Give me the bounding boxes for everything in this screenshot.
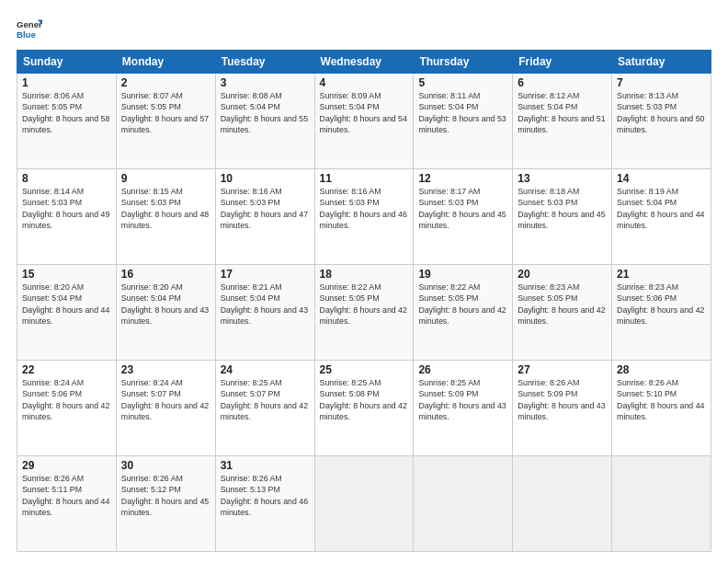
day-number: 15 [22,268,111,281]
day-number: 20 [518,268,607,281]
weekday-header-wednesday: Wednesday [314,51,414,74]
calendar-page: General Blue SundayMondayTuesdayWednesda… [0,0,728,563]
calendar-cell: 26Sunrise: 8:25 AMSunset: 5:09 PMDayligh… [414,361,513,456]
day-info: Sunrise: 8:26 AMSunset: 5:13 PMDaylight:… [221,474,308,517]
calendar-table: SundayMondayTuesdayWednesdayThursdayFrid… [17,50,711,552]
logo-icon: General Blue [17,17,42,42]
day-info: Sunrise: 8:15 AMSunset: 5:03 PMDaylight:… [121,187,209,230]
day-info: Sunrise: 8:23 AMSunset: 5:05 PMDaylight:… [518,282,605,326]
day-info: Sunrise: 8:07 AMSunset: 5:05 PMDaylight:… [121,91,209,134]
day-info: Sunrise: 8:24 AMSunset: 5:07 PMDaylight:… [121,378,209,421]
day-number: 21 [617,268,706,281]
calendar-cell [612,456,711,552]
day-info: Sunrise: 8:13 AMSunset: 5:03 PMDaylight:… [617,91,704,134]
day-number: 30 [121,459,210,472]
day-number: 2 [121,76,210,89]
calendar-cell: 25Sunrise: 8:25 AMSunset: 5:08 PMDayligh… [314,361,414,456]
day-info: Sunrise: 8:25 AMSunset: 5:07 PMDaylight:… [221,378,308,421]
day-info: Sunrise: 8:09 AMSunset: 5:04 PMDaylight:… [320,91,407,134]
day-info: Sunrise: 8:16 AMSunset: 5:03 PMDaylight:… [221,187,308,230]
day-number: 17 [221,268,310,281]
day-number: 10 [221,172,310,185]
day-info: Sunrise: 8:20 AMSunset: 5:04 PMDaylight:… [22,282,109,326]
calendar-cell: 17Sunrise: 8:21 AMSunset: 5:04 PMDayligh… [215,265,314,361]
day-info: Sunrise: 8:19 AMSunset: 5:04 PMDaylight:… [617,187,704,230]
header: General Blue [17,17,711,42]
calendar-cell: 24Sunrise: 8:25 AMSunset: 5:07 PMDayligh… [215,361,314,456]
weekday-header-row: SundayMondayTuesdayWednesdayThursdayFrid… [17,51,711,74]
day-info: Sunrise: 8:11 AMSunset: 5:04 PMDaylight:… [418,91,506,134]
day-number: 16 [121,268,210,281]
calendar-cell: 23Sunrise: 8:24 AMSunset: 5:07 PMDayligh… [116,361,215,456]
day-number: 7 [617,76,706,89]
calendar-cell: 7Sunrise: 8:13 AMSunset: 5:03 PMDaylight… [612,74,711,169]
calendar-cell: 5Sunrise: 8:11 AMSunset: 5:04 PMDaylight… [414,74,513,169]
calendar-cell: 28Sunrise: 8:26 AMSunset: 5:10 PMDayligh… [612,361,711,456]
day-info: Sunrise: 8:25 AMSunset: 5:09 PMDaylight:… [418,378,506,421]
day-number: 22 [22,363,111,376]
calendar-cell: 29Sunrise: 8:26 AMSunset: 5:11 PMDayligh… [17,456,117,552]
day-info: Sunrise: 8:26 AMSunset: 5:12 PMDaylight:… [121,474,209,517]
day-number: 25 [320,363,409,376]
weekday-header-tuesday: Tuesday [215,51,314,74]
calendar-cell: 2Sunrise: 8:07 AMSunset: 5:05 PMDaylight… [116,74,215,169]
day-info: Sunrise: 8:23 AMSunset: 5:06 PMDaylight:… [617,282,704,326]
day-info: Sunrise: 8:17 AMSunset: 5:03 PMDaylight:… [418,187,506,230]
calendar-cell [513,456,612,552]
day-number: 11 [320,172,409,185]
calendar-cell: 6Sunrise: 8:12 AMSunset: 5:04 PMDaylight… [513,74,612,169]
calendar-cell: 21Sunrise: 8:23 AMSunset: 5:06 PMDayligh… [612,265,711,361]
calendar-cell: 3Sunrise: 8:08 AMSunset: 5:04 PMDaylight… [215,74,314,169]
calendar-cell: 27Sunrise: 8:26 AMSunset: 5:09 PMDayligh… [513,361,612,456]
day-info: Sunrise: 8:24 AMSunset: 5:06 PMDaylight:… [22,378,109,421]
calendar-week-row: 29Sunrise: 8:26 AMSunset: 5:11 PMDayligh… [17,456,711,552]
svg-text:Blue: Blue [17,29,36,40]
day-number: 12 [418,172,507,185]
day-info: Sunrise: 8:26 AMSunset: 5:09 PMDaylight:… [518,378,605,421]
day-number: 26 [418,363,507,376]
day-number: 13 [518,172,607,185]
day-info: Sunrise: 8:22 AMSunset: 5:05 PMDaylight:… [418,282,506,326]
day-info: Sunrise: 8:20 AMSunset: 5:04 PMDaylight:… [121,282,209,326]
calendar-cell: 8Sunrise: 8:14 AMSunset: 5:03 PMDaylight… [17,169,117,265]
calendar-cell: 14Sunrise: 8:19 AMSunset: 5:04 PMDayligh… [612,169,711,265]
day-number: 14 [617,172,706,185]
day-number: 4 [320,76,409,89]
day-info: Sunrise: 8:21 AMSunset: 5:04 PMDaylight:… [221,282,308,326]
day-number: 8 [22,172,111,185]
calendar-cell: 10Sunrise: 8:16 AMSunset: 5:03 PMDayligh… [215,169,314,265]
calendar-cell: 30Sunrise: 8:26 AMSunset: 5:12 PMDayligh… [116,456,215,552]
calendar-cell: 18Sunrise: 8:22 AMSunset: 5:05 PMDayligh… [314,265,414,361]
day-number: 5 [418,76,507,89]
calendar-cell: 16Sunrise: 8:20 AMSunset: 5:04 PMDayligh… [116,265,215,361]
day-info: Sunrise: 8:14 AMSunset: 5:03 PMDaylight:… [22,187,109,230]
calendar-week-row: 15Sunrise: 8:20 AMSunset: 5:04 PMDayligh… [17,265,711,361]
day-number: 23 [121,363,210,376]
day-info: Sunrise: 8:06 AMSunset: 5:05 PMDaylight:… [22,91,109,134]
weekday-header-friday: Friday [513,51,612,74]
calendar-cell: 31Sunrise: 8:26 AMSunset: 5:13 PMDayligh… [215,456,314,552]
day-number: 19 [418,268,507,281]
calendar-cell: 11Sunrise: 8:16 AMSunset: 5:03 PMDayligh… [314,169,414,265]
calendar-cell: 20Sunrise: 8:23 AMSunset: 5:05 PMDayligh… [513,265,612,361]
weekday-header-saturday: Saturday [612,51,711,74]
day-number: 28 [617,363,706,376]
day-number: 6 [518,76,607,89]
day-number: 3 [221,76,310,89]
day-number: 31 [221,459,310,472]
calendar-week-row: 8Sunrise: 8:14 AMSunset: 5:03 PMDaylight… [17,169,711,265]
calendar-week-row: 1Sunrise: 8:06 AMSunset: 5:05 PMDaylight… [17,74,711,169]
day-info: Sunrise: 8:22 AMSunset: 5:05 PMDaylight:… [320,282,407,326]
day-number: 24 [221,363,310,376]
calendar-cell: 22Sunrise: 8:24 AMSunset: 5:06 PMDayligh… [17,361,117,456]
day-number: 27 [518,363,607,376]
day-info: Sunrise: 8:08 AMSunset: 5:04 PMDaylight:… [221,91,308,134]
calendar-week-row: 22Sunrise: 8:24 AMSunset: 5:06 PMDayligh… [17,361,711,456]
calendar-cell: 4Sunrise: 8:09 AMSunset: 5:04 PMDaylight… [314,74,414,169]
day-number: 1 [22,76,111,89]
day-info: Sunrise: 8:26 AMSunset: 5:10 PMDaylight:… [617,378,704,421]
day-number: 29 [22,459,111,472]
logo: General Blue [17,17,42,42]
day-info: Sunrise: 8:12 AMSunset: 5:04 PMDaylight:… [518,91,605,134]
day-info: Sunrise: 8:26 AMSunset: 5:11 PMDaylight:… [22,474,109,517]
